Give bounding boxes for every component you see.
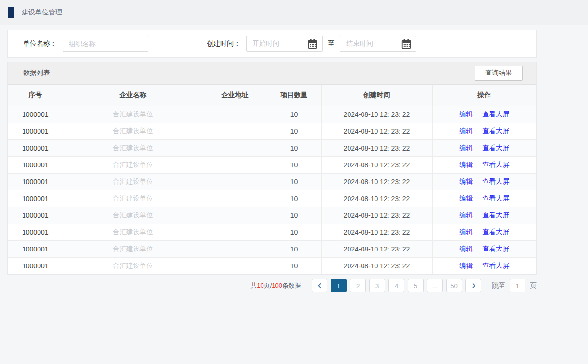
cell-name: 合汇建设单位	[63, 106, 203, 123]
edit-link[interactable]: 编辑	[459, 177, 473, 185]
edit-link[interactable]: 编辑	[459, 127, 473, 135]
page-button[interactable]: ...	[427, 279, 443, 292]
cell-name: 合汇建设单位	[63, 123, 203, 139]
cell-created: 2024-08-10 12: 23: 22	[321, 123, 432, 139]
cell-count: 10	[267, 123, 321, 139]
page-button[interactable]: 1	[331, 279, 347, 292]
query-result-button[interactable]: 查询结果	[475, 66, 523, 81]
edit-link[interactable]: 编辑	[459, 245, 473, 252]
cell-actions: 编辑 查看大屏	[432, 139, 536, 156]
cell-actions: 编辑 查看大屏	[432, 123, 536, 139]
cell-seq: 1000001	[8, 257, 63, 274]
jump-label: 跳至	[492, 281, 505, 290]
column-header-seq: 序号	[8, 85, 63, 106]
table-row: 1000001 合汇建设单位 10 2024-08-10 12: 23: 22 …	[8, 123, 536, 139]
cell-count: 10	[267, 139, 321, 156]
cell-address	[203, 190, 267, 207]
cell-seq: 1000001	[8, 173, 63, 190]
pagination-bar: 共10页/100条数据 1 2 3 4 5 ... 50 跳至 页	[7, 279, 537, 292]
cell-seq: 1000001	[8, 207, 63, 224]
cell-seq: 1000001	[8, 123, 63, 139]
table-row: 1000001 合汇建设单位 10 2024-08-10 12: 23: 22 …	[8, 240, 536, 257]
cell-count: 10	[267, 240, 321, 257]
cell-name: 合汇建设单位	[63, 156, 203, 173]
calendar-icon[interactable]	[307, 38, 318, 49]
cell-seq: 1000001	[8, 156, 63, 173]
cell-name: 合汇建设单位	[63, 224, 203, 240]
prev-page-button[interactable]	[312, 279, 327, 292]
edit-link[interactable]: 编辑	[459, 262, 473, 269]
view-screen-link[interactable]: 查看大屏	[482, 262, 509, 269]
cell-address	[203, 123, 267, 139]
cell-count: 10	[267, 224, 321, 240]
cell-created: 2024-08-10 12: 23: 22	[321, 156, 432, 173]
summary-suffix: 条数据	[282, 282, 301, 289]
edit-link[interactable]: 编辑	[459, 211, 473, 219]
cell-seq: 1000001	[8, 224, 63, 240]
unit-name-input[interactable]	[63, 36, 148, 52]
page-title-bar: 建设单位管理	[0, 0, 588, 25]
cell-seq: 1000001	[8, 139, 63, 156]
view-screen-link[interactable]: 查看大屏	[482, 245, 509, 252]
edit-link[interactable]: 编辑	[459, 110, 473, 118]
edit-link[interactable]: 编辑	[459, 194, 473, 202]
end-time-input[interactable]: 结束时间	[340, 36, 416, 52]
calendar-icon[interactable]	[401, 38, 412, 49]
page-button[interactable]: 3	[369, 279, 385, 292]
cell-address	[203, 224, 267, 240]
page-button[interactable]: 4	[388, 279, 404, 292]
cell-actions: 编辑 查看大屏	[432, 106, 536, 123]
view-screen-link[interactable]: 查看大屏	[482, 228, 509, 236]
start-time-input[interactable]: 开始时间	[246, 36, 323, 52]
edit-link[interactable]: 编辑	[459, 144, 473, 151]
view-screen-link[interactable]: 查看大屏	[482, 110, 509, 118]
summary-mid: 页/	[264, 282, 272, 289]
view-screen-link[interactable]: 查看大屏	[482, 194, 509, 202]
view-screen-link[interactable]: 查看大屏	[482, 211, 509, 219]
cell-seq: 1000001	[8, 106, 63, 123]
page-button[interactable]: 5	[408, 279, 424, 292]
cell-address	[203, 139, 267, 156]
table-row: 1000001 合汇建设单位 10 2024-08-10 12: 23: 22 …	[8, 173, 536, 190]
table-row: 1000001 合汇建设单位 10 2024-08-10 12: 23: 22 …	[8, 156, 536, 173]
cell-name: 合汇建设单位	[63, 173, 203, 190]
cell-created: 2024-08-10 12: 23: 22	[321, 240, 432, 257]
cell-created: 2024-08-10 12: 23: 22	[321, 224, 432, 240]
cell-count: 10	[267, 173, 321, 190]
view-screen-link[interactable]: 查看大屏	[482, 161, 509, 168]
cell-name: 合汇建设单位	[63, 240, 203, 257]
next-page-button[interactable]	[465, 279, 481, 292]
column-header-name: 企业名称	[63, 85, 203, 106]
view-screen-link[interactable]: 查看大屏	[482, 144, 509, 151]
edit-link[interactable]: 编辑	[459, 228, 473, 236]
column-header-actions: 操作	[432, 85, 536, 106]
jump-page-input[interactable]	[510, 279, 525, 292]
view-screen-link[interactable]: 查看大屏	[482, 177, 509, 185]
data-table: 序号 企业名称 企业地址 项目数量 创建时间 操作 1000001 合汇建设单位…	[8, 85, 536, 274]
cell-count: 10	[267, 257, 321, 274]
cell-count: 10	[267, 190, 321, 207]
view-screen-link[interactable]: 查看大屏	[482, 127, 509, 135]
pagination-summary: 共10页/100条数据	[250, 281, 301, 290]
page-button[interactable]: 2	[350, 279, 366, 292]
cell-created: 2024-08-10 12: 23: 22	[321, 207, 432, 224]
summary-prefix: 共	[250, 282, 257, 289]
cell-name: 合汇建设单位	[63, 207, 203, 224]
table-row: 1000001 合汇建设单位 10 2024-08-10 12: 23: 22 …	[8, 257, 536, 274]
edit-link[interactable]: 编辑	[459, 161, 473, 168]
cell-seq: 1000001	[8, 240, 63, 257]
cell-created: 2024-08-10 12: 23: 22	[321, 257, 432, 274]
table-row: 1000001 合汇建设单位 10 2024-08-10 12: 23: 22 …	[8, 190, 536, 207]
cell-actions: 编辑 查看大屏	[432, 224, 536, 240]
cell-seq: 1000001	[8, 190, 63, 207]
cell-name: 合汇建设单位	[63, 139, 203, 156]
list-header-bar: 数据列表 查询结果	[8, 62, 536, 85]
page-jump: 跳至 页	[492, 279, 537, 292]
cell-address	[203, 173, 267, 190]
cell-created: 2024-08-10 12: 23: 22	[321, 190, 432, 207]
page-button[interactable]: 50	[446, 279, 462, 292]
table-row: 1000001 合汇建设单位 10 2024-08-10 12: 23: 22 …	[8, 224, 536, 240]
page-title: 建设单位管理	[22, 8, 62, 17]
jump-unit-label: 页	[530, 281, 537, 290]
cell-actions: 编辑 查看大屏	[432, 240, 536, 257]
